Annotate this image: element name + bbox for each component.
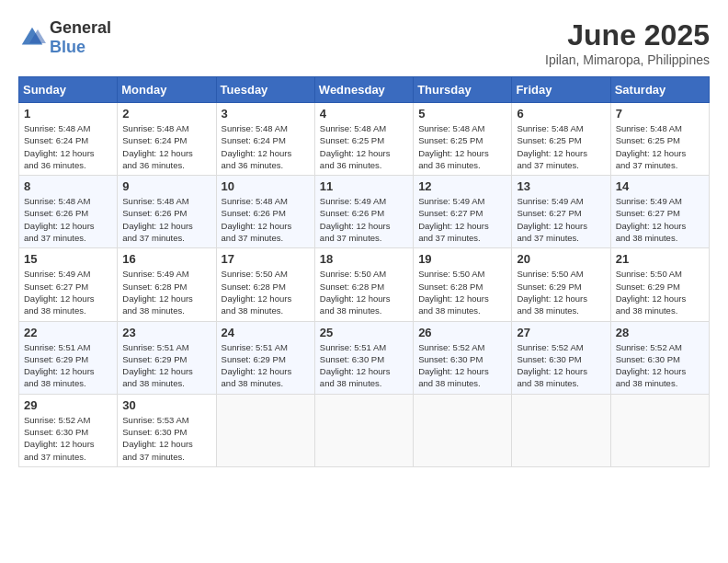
logo-general-text: General <box>50 18 111 37</box>
day-number: 29 <box>24 398 112 412</box>
table-row: 24 Sunrise: 5:51 AMSunset: 6:29 PMDaylig… <box>216 321 314 394</box>
calendar-week-row: 1 Sunrise: 5:48 AMSunset: 6:24 PMDayligh… <box>19 103 710 176</box>
table-row: 15 Sunrise: 5:49 AMSunset: 6:27 PMDaylig… <box>19 248 118 321</box>
day-number: 2 <box>122 107 210 121</box>
day-info: Sunrise: 5:51 AMSunset: 6:29 PMDaylight:… <box>222 342 292 389</box>
day-info: Sunrise: 5:51 AMSunset: 6:30 PMDaylight:… <box>320 342 391 389</box>
month-year-title: June 2025 <box>545 18 710 52</box>
header-monday: Monday <box>118 77 216 103</box>
calendar-table: Sunday Monday Tuesday Wednesday Thursday… <box>18 76 710 467</box>
day-number: 8 <box>24 179 112 193</box>
table-row: 3 Sunrise: 5:48 AMSunset: 6:24 PMDayligh… <box>216 103 314 176</box>
day-number: 9 <box>122 179 210 193</box>
table-row <box>314 394 413 466</box>
day-info: Sunrise: 5:49 AMSunset: 6:27 PMDaylight:… <box>517 196 587 243</box>
table-row: 10 Sunrise: 5:48 AMSunset: 6:26 PMDaylig… <box>216 176 314 248</box>
day-number: 6 <box>517 107 605 121</box>
table-row: 1 Sunrise: 5:48 AMSunset: 6:24 PMDayligh… <box>19 103 118 176</box>
day-info: Sunrise: 5:51 AMSunset: 6:29 PMDaylight:… <box>24 342 95 389</box>
day-number: 25 <box>320 326 408 339</box>
table-row: 17 Sunrise: 5:50 AMSunset: 6:28 PMDaylig… <box>216 248 314 321</box>
table-row: 8 Sunrise: 5:48 AMSunset: 6:26 PMDayligh… <box>19 176 118 248</box>
table-row <box>512 394 610 466</box>
header-thursday: Thursday <box>414 77 512 103</box>
day-number: 27 <box>517 326 605 339</box>
day-number: 5 <box>418 107 506 121</box>
day-number: 17 <box>222 252 310 266</box>
day-info: Sunrise: 5:50 AMSunset: 6:28 PMDaylight:… <box>320 269 391 316</box>
logo: General Blue <box>18 18 111 57</box>
table-row: 7 Sunrise: 5:48 AMSunset: 6:25 PMDayligh… <box>610 103 709 176</box>
header-tuesday: Tuesday <box>216 77 314 103</box>
location-subtitle: Ipilan, Mimaropa, Philippines <box>545 52 710 67</box>
day-info: Sunrise: 5:50 AMSunset: 6:29 PMDaylight:… <box>517 269 587 316</box>
day-number: 15 <box>24 252 112 266</box>
table-row: 11 Sunrise: 5:49 AMSunset: 6:26 PMDaylig… <box>314 176 413 248</box>
day-number: 24 <box>222 326 310 339</box>
day-info: Sunrise: 5:52 AMSunset: 6:30 PMDaylight:… <box>24 415 95 462</box>
table-row: 5 Sunrise: 5:48 AMSunset: 6:25 PMDayligh… <box>414 103 512 176</box>
day-info: Sunrise: 5:50 AMSunset: 6:29 PMDaylight:… <box>616 269 687 316</box>
table-row: 19 Sunrise: 5:50 AMSunset: 6:28 PMDaylig… <box>414 248 512 321</box>
calendar-week-row: 22 Sunrise: 5:51 AMSunset: 6:29 PMDaylig… <box>19 321 710 394</box>
day-info: Sunrise: 5:49 AMSunset: 6:27 PMDaylight:… <box>24 269 95 316</box>
day-number: 20 <box>517 252 605 266</box>
calendar-week-row: 15 Sunrise: 5:49 AMSunset: 6:27 PMDaylig… <box>19 248 710 321</box>
table-row: 6 Sunrise: 5:48 AMSunset: 6:25 PMDayligh… <box>512 103 610 176</box>
day-info: Sunrise: 5:48 AMSunset: 6:24 PMDaylight:… <box>122 123 193 170</box>
table-row: 12 Sunrise: 5:49 AMSunset: 6:27 PMDaylig… <box>414 176 512 248</box>
day-info: Sunrise: 5:52 AMSunset: 6:30 PMDaylight:… <box>517 342 587 389</box>
day-number: 21 <box>616 252 704 266</box>
table-row: 13 Sunrise: 5:49 AMSunset: 6:27 PMDaylig… <box>512 176 610 248</box>
table-row: 16 Sunrise: 5:49 AMSunset: 6:28 PMDaylig… <box>118 248 216 321</box>
day-info: Sunrise: 5:48 AMSunset: 6:25 PMDaylight:… <box>418 123 489 170</box>
header-wednesday: Wednesday <box>314 77 413 103</box>
header-sunday: Sunday <box>19 77 118 103</box>
table-row: 4 Sunrise: 5:48 AMSunset: 6:25 PMDayligh… <box>314 103 413 176</box>
table-row <box>610 394 709 466</box>
day-number: 26 <box>418 326 506 339</box>
day-number: 3 <box>222 107 310 121</box>
table-row: 18 Sunrise: 5:50 AMSunset: 6:28 PMDaylig… <box>314 248 413 321</box>
table-row: 25 Sunrise: 5:51 AMSunset: 6:30 PMDaylig… <box>314 321 413 394</box>
day-number: 13 <box>517 179 605 193</box>
table-row: 14 Sunrise: 5:49 AMSunset: 6:27 PMDaylig… <box>610 176 709 248</box>
table-row <box>216 394 314 466</box>
calendar-week-row: 29 Sunrise: 5:52 AMSunset: 6:30 PMDaylig… <box>19 394 710 466</box>
day-number: 30 <box>122 398 210 412</box>
table-row: 29 Sunrise: 5:52 AMSunset: 6:30 PMDaylig… <box>19 394 118 466</box>
day-number: 16 <box>122 252 210 266</box>
table-row: 20 Sunrise: 5:50 AMSunset: 6:29 PMDaylig… <box>512 248 610 321</box>
day-info: Sunrise: 5:48 AMSunset: 6:26 PMDaylight:… <box>222 196 292 243</box>
day-info: Sunrise: 5:48 AMSunset: 6:26 PMDaylight:… <box>122 196 193 243</box>
day-number: 28 <box>616 326 704 339</box>
day-number: 7 <box>616 107 704 121</box>
calendar-week-row: 8 Sunrise: 5:48 AMSunset: 6:26 PMDayligh… <box>19 176 710 248</box>
day-number: 19 <box>418 252 506 266</box>
day-info: Sunrise: 5:49 AMSunset: 6:26 PMDaylight:… <box>320 196 391 243</box>
table-row: 23 Sunrise: 5:51 AMSunset: 6:29 PMDaylig… <box>118 321 216 394</box>
table-row: 28 Sunrise: 5:52 AMSunset: 6:30 PMDaylig… <box>610 321 709 394</box>
table-row: 27 Sunrise: 5:52 AMSunset: 6:30 PMDaylig… <box>512 321 610 394</box>
day-info: Sunrise: 5:52 AMSunset: 6:30 PMDaylight:… <box>418 342 489 389</box>
day-number: 14 <box>616 179 704 193</box>
title-area: June 2025 Ipilan, Mimaropa, Philippines <box>545 18 710 67</box>
logo-icon <box>18 24 46 52</box>
day-info: Sunrise: 5:53 AMSunset: 6:30 PMDaylight:… <box>122 415 193 462</box>
header-friday: Friday <box>512 77 610 103</box>
day-info: Sunrise: 5:51 AMSunset: 6:29 PMDaylight:… <box>122 342 193 389</box>
day-info: Sunrise: 5:48 AMSunset: 6:26 PMDaylight:… <box>24 196 95 243</box>
day-number: 4 <box>320 107 408 121</box>
table-row <box>414 394 512 466</box>
table-row: 26 Sunrise: 5:52 AMSunset: 6:30 PMDaylig… <box>414 321 512 394</box>
page-header: General Blue June 2025 Ipilan, Mimaropa,… <box>18 18 710 67</box>
day-number: 18 <box>320 252 408 266</box>
day-number: 22 <box>24 326 112 339</box>
header-saturday: Saturday <box>610 77 709 103</box>
day-info: Sunrise: 5:48 AMSunset: 6:25 PMDaylight:… <box>517 123 587 170</box>
table-row: 9 Sunrise: 5:48 AMSunset: 6:26 PMDayligh… <box>118 176 216 248</box>
table-row: 2 Sunrise: 5:48 AMSunset: 6:24 PMDayligh… <box>118 103 216 176</box>
day-info: Sunrise: 5:48 AMSunset: 6:24 PMDaylight:… <box>24 123 95 170</box>
table-row: 21 Sunrise: 5:50 AMSunset: 6:29 PMDaylig… <box>610 248 709 321</box>
day-number: 10 <box>222 179 310 193</box>
